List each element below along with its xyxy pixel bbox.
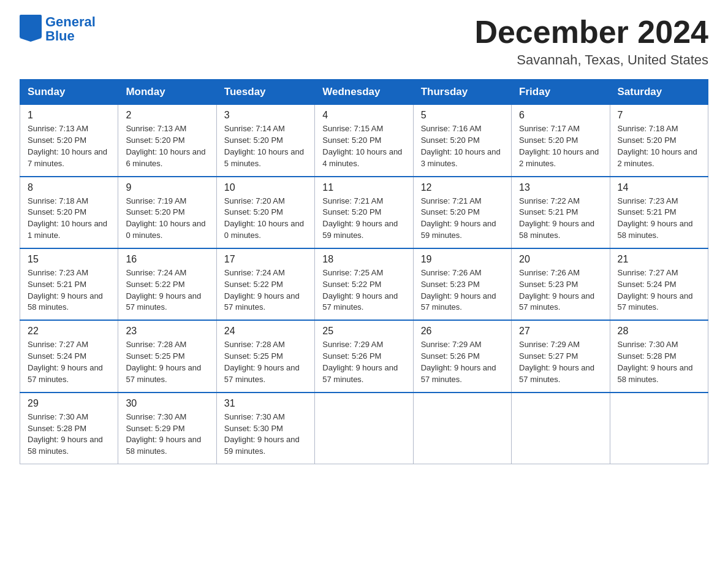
calendar-header-sunday: Sunday: [20, 80, 118, 105]
calendar-cell: 8 Sunrise: 7:18 AMSunset: 5:20 PMDayligh…: [20, 177, 118, 248]
day-info: Sunrise: 7:27 AMSunset: 5:24 PMDaylight:…: [28, 339, 112, 385]
calendar-cell: 30 Sunrise: 7:30 AMSunset: 5:29 PMDaylig…: [118, 393, 216, 464]
day-number: 19: [421, 254, 505, 265]
day-number: 12: [421, 182, 505, 193]
calendar-cell: 22 Sunrise: 7:27 AMSunset: 5:24 PMDaylig…: [20, 320, 118, 392]
day-info: Sunrise: 7:13 AMSunset: 5:20 PMDaylight:…: [126, 123, 210, 169]
calendar-header-friday: Friday: [512, 80, 610, 105]
calendar-cell: 11 Sunrise: 7:21 AMSunset: 5:20 PMDaylig…: [315, 177, 413, 248]
calendar-cell: 12 Sunrise: 7:21 AMSunset: 5:20 PMDaylig…: [413, 177, 511, 248]
day-info: Sunrise: 7:30 AMSunset: 5:30 PMDaylight:…: [224, 412, 308, 458]
day-number: 11: [322, 182, 406, 193]
calendar-week-row: 1 Sunrise: 7:13 AMSunset: 5:20 PMDayligh…: [20, 105, 708, 177]
calendar-cell: [512, 393, 610, 464]
calendar-cell: 24 Sunrise: 7:28 AMSunset: 5:25 PMDaylig…: [216, 320, 314, 392]
day-info: Sunrise: 7:26 AMSunset: 5:23 PMDaylight:…: [421, 267, 505, 313]
calendar-cell: 2 Sunrise: 7:13 AMSunset: 5:20 PMDayligh…: [118, 105, 216, 177]
day-number: 30: [126, 398, 210, 409]
day-info: Sunrise: 7:28 AMSunset: 5:25 PMDaylight:…: [126, 339, 210, 385]
day-number: 4: [322, 110, 406, 121]
day-number: 8: [28, 182, 112, 193]
calendar-cell: 4 Sunrise: 7:15 AMSunset: 5:20 PMDayligh…: [315, 105, 413, 177]
day-info: Sunrise: 7:24 AMSunset: 5:22 PMDaylight:…: [224, 267, 308, 313]
day-number: 1: [28, 110, 112, 121]
svg-rect-0: [20, 15, 42, 38]
calendar-cell: [610, 393, 708, 464]
calendar-cell: 14 Sunrise: 7:23 AMSunset: 5:21 PMDaylig…: [610, 177, 708, 248]
day-number: 27: [519, 326, 603, 337]
day-number: 28: [618, 326, 702, 337]
calendar-cell: 1 Sunrise: 7:13 AMSunset: 5:20 PMDayligh…: [20, 105, 118, 177]
day-info: Sunrise: 7:13 AMSunset: 5:20 PMDaylight:…: [28, 123, 112, 169]
calendar-cell: 10 Sunrise: 7:20 AMSunset: 5:20 PMDaylig…: [216, 177, 314, 248]
day-info: Sunrise: 7:15 AMSunset: 5:20 PMDaylight:…: [322, 123, 406, 169]
calendar-cell: 21 Sunrise: 7:27 AMSunset: 5:24 PMDaylig…: [610, 248, 708, 320]
calendar-cell: 15 Sunrise: 7:23 AMSunset: 5:21 PMDaylig…: [20, 248, 118, 320]
day-info: Sunrise: 7:28 AMSunset: 5:25 PMDaylight:…: [224, 339, 308, 385]
calendar-cell: 28 Sunrise: 7:30 AMSunset: 5:28 PMDaylig…: [610, 320, 708, 392]
day-number: 18: [322, 254, 406, 265]
day-info: Sunrise: 7:22 AMSunset: 5:21 PMDaylight:…: [519, 196, 603, 242]
calendar-week-row: 29 Sunrise: 7:30 AMSunset: 5:28 PMDaylig…: [20, 393, 708, 464]
day-number: 24: [224, 326, 308, 337]
calendar-header-saturday: Saturday: [610, 80, 708, 105]
calendar-cell: 7 Sunrise: 7:18 AMSunset: 5:20 PMDayligh…: [610, 105, 708, 177]
day-info: Sunrise: 7:19 AMSunset: 5:20 PMDaylight:…: [126, 196, 210, 242]
day-info: Sunrise: 7:21 AMSunset: 5:20 PMDaylight:…: [322, 196, 406, 242]
day-number: 7: [618, 110, 702, 121]
day-info: Sunrise: 7:23 AMSunset: 5:21 PMDaylight:…: [28, 267, 112, 313]
calendar-cell: 29 Sunrise: 7:30 AMSunset: 5:28 PMDaylig…: [20, 393, 118, 464]
day-info: Sunrise: 7:27 AMSunset: 5:24 PMDaylight:…: [618, 267, 702, 313]
calendar-header-thursday: Thursday: [413, 80, 511, 105]
location-title: Savannah, Texas, United States: [474, 52, 708, 68]
calendar-cell: 6 Sunrise: 7:17 AMSunset: 5:20 PMDayligh…: [512, 105, 610, 177]
calendar-header-tuesday: Tuesday: [216, 80, 314, 105]
day-number: 14: [618, 182, 702, 193]
day-number: 20: [519, 254, 603, 265]
day-number: 26: [421, 326, 505, 337]
day-info: Sunrise: 7:17 AMSunset: 5:20 PMDaylight:…: [519, 123, 603, 169]
calendar-cell: 9 Sunrise: 7:19 AMSunset: 5:20 PMDayligh…: [118, 177, 216, 248]
calendar-header-monday: Monday: [118, 80, 216, 105]
day-number: 16: [126, 254, 210, 265]
calendar-header-row: SundayMondayTuesdayWednesdayThursdayFrid…: [20, 80, 708, 105]
calendar-cell: 19 Sunrise: 7:26 AMSunset: 5:23 PMDaylig…: [413, 248, 511, 320]
day-info: Sunrise: 7:26 AMSunset: 5:23 PMDaylight:…: [519, 267, 603, 313]
day-number: 21: [618, 254, 702, 265]
day-info: Sunrise: 7:16 AMSunset: 5:20 PMDaylight:…: [421, 123, 505, 169]
logo-general-text: General: [45, 15, 96, 29]
calendar-cell: 27 Sunrise: 7:29 AMSunset: 5:27 PMDaylig…: [512, 320, 610, 392]
calendar-cell: 25 Sunrise: 7:29 AMSunset: 5:26 PMDaylig…: [315, 320, 413, 392]
day-number: 31: [224, 398, 308, 409]
day-number: 2: [126, 110, 210, 121]
day-info: Sunrise: 7:25 AMSunset: 5:22 PMDaylight:…: [322, 267, 406, 313]
day-number: 10: [224, 182, 308, 193]
day-info: Sunrise: 7:20 AMSunset: 5:20 PMDaylight:…: [224, 196, 308, 242]
day-number: 23: [126, 326, 210, 337]
calendar-cell: 31 Sunrise: 7:30 AMSunset: 5:30 PMDaylig…: [216, 393, 314, 464]
day-number: 15: [28, 254, 112, 265]
day-number: 29: [28, 398, 112, 409]
day-info: Sunrise: 7:14 AMSunset: 5:20 PMDaylight:…: [224, 123, 308, 169]
calendar-cell: 17 Sunrise: 7:24 AMSunset: 5:22 PMDaylig…: [216, 248, 314, 320]
day-info: Sunrise: 7:24 AMSunset: 5:22 PMDaylight:…: [126, 267, 210, 313]
day-number: 25: [322, 326, 406, 337]
svg-marker-1: [20, 38, 42, 42]
calendar-cell: [315, 393, 413, 464]
day-number: 13: [519, 182, 603, 193]
day-number: 3: [224, 110, 308, 121]
day-info: Sunrise: 7:30 AMSunset: 5:29 PMDaylight:…: [126, 412, 210, 458]
day-number: 17: [224, 254, 308, 265]
logo-icon: [20, 15, 42, 44]
day-number: 6: [519, 110, 603, 121]
calendar-cell: 20 Sunrise: 7:26 AMSunset: 5:23 PMDaylig…: [512, 248, 610, 320]
calendar-cell: 26 Sunrise: 7:29 AMSunset: 5:26 PMDaylig…: [413, 320, 511, 392]
calendar-week-row: 8 Sunrise: 7:18 AMSunset: 5:20 PMDayligh…: [20, 177, 708, 248]
day-number: 22: [28, 326, 112, 337]
day-info: Sunrise: 7:29 AMSunset: 5:26 PMDaylight:…: [421, 339, 505, 385]
calendar-week-row: 15 Sunrise: 7:23 AMSunset: 5:21 PMDaylig…: [20, 248, 708, 320]
calendar-cell: 3 Sunrise: 7:14 AMSunset: 5:20 PMDayligh…: [216, 105, 314, 177]
calendar-cell: [413, 393, 511, 464]
day-info: Sunrise: 7:29 AMSunset: 5:26 PMDaylight:…: [322, 339, 406, 385]
day-info: Sunrise: 7:23 AMSunset: 5:21 PMDaylight:…: [618, 196, 702, 242]
